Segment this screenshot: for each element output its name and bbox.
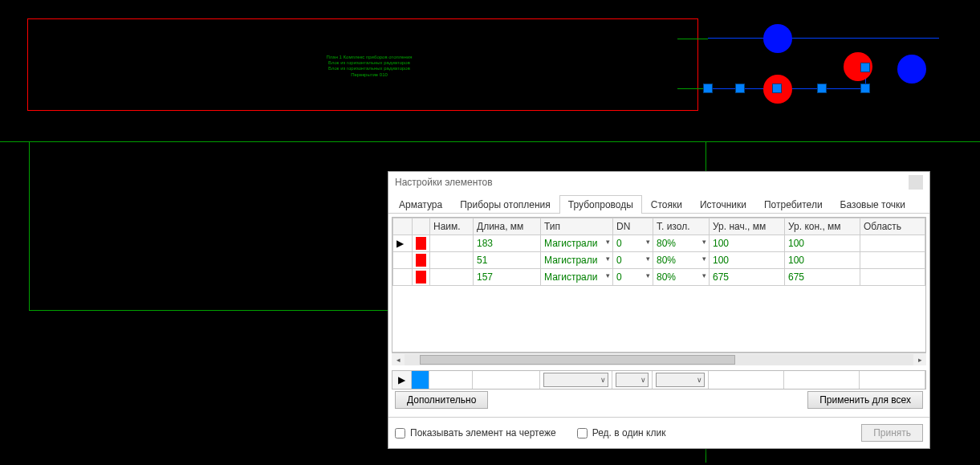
cell-area[interactable] — [860, 235, 925, 252]
one-click-edit-checkbox[interactable]: Ред. в один клик — [577, 427, 666, 438]
cell-level-start[interactable]: 100 — [710, 235, 785, 252]
grid-empty-area — [392, 286, 925, 353]
col-dn[interactable]: DN — [613, 218, 653, 235]
one-click-edit-input[interactable] — [577, 428, 588, 438]
table-row[interactable]: 157Магистрали080%675675 — [393, 269, 925, 286]
cell-level-end[interactable]: 100 — [785, 252, 860, 269]
tab-heating-devices[interactable]: Приборы отопления — [451, 195, 559, 214]
show-on-drawing-label: Показывать элемент на чертеже — [410, 427, 556, 438]
cell-length[interactable]: 51 — [474, 252, 541, 269]
pipe-stub — [677, 39, 708, 39]
cell-type[interactable]: Магистрали — [541, 235, 613, 252]
col-name[interactable]: Наим. — [430, 218, 474, 235]
dialog-footer: Показывать элемент на чертеже Ред. в оди… — [388, 417, 929, 448]
cell-length[interactable]: 183 — [474, 235, 541, 252]
node-blue[interactable] — [763, 24, 792, 53]
cell-level-end[interactable]: 675 — [785, 269, 860, 286]
col-marker[interactable] — [393, 218, 413, 235]
grid-line — [29, 310, 388, 311]
col-level-start[interactable]: Ур. нач., мм — [710, 218, 785, 235]
scroll-left-icon[interactable]: ◂ — [392, 353, 405, 366]
grid-line — [29, 141, 30, 310]
editor-marker: ▶ — [392, 371, 412, 389]
cell-level-start[interactable]: 675 — [710, 269, 785, 286]
grip-handle[interactable] — [735, 84, 745, 93]
apply-all-button[interactable]: Применить для всех — [807, 391, 923, 409]
tab-consumers[interactable]: Потребители — [755, 195, 832, 214]
editor-area-cell[interactable] — [860, 371, 925, 389]
editor-level-start-cell[interactable] — [709, 371, 784, 389]
grip-handle[interactable] — [860, 84, 870, 93]
row-color[interactable] — [413, 235, 430, 252]
tab-base-points[interactable]: Базовые точки — [832, 195, 914, 214]
horizontal-scrollbar[interactable]: ◂ ▸ — [392, 353, 926, 365]
grip-handle[interactable] — [772, 84, 782, 93]
one-click-edit-label: Ред. в один клик — [592, 427, 666, 438]
close-icon[interactable] — [909, 175, 923, 190]
scroll-thumb[interactable] — [420, 355, 735, 365]
more-button[interactable]: Дополнительно — [395, 391, 488, 409]
drawing-annotation: План 1 Комплекс приборов отопления Блок … — [325, 55, 413, 78]
cell-level-end[interactable]: 100 — [785, 235, 860, 252]
accept-button[interactable]: Принять — [861, 424, 923, 442]
cell-type[interactable]: Магистрали — [541, 269, 613, 286]
cell-iso[interactable]: 80% — [653, 252, 710, 269]
table-row[interactable]: ▶183Магистрали080%100100 — [393, 235, 925, 252]
dialog-titlebar[interactable]: Настройки элементов — [388, 172, 929, 193]
cell-type[interactable]: Магистрали — [541, 252, 613, 269]
grid-header-row: Наим. Длина, мм Тип DN Т. изол. Ур. нач.… — [393, 218, 925, 235]
col-area[interactable]: Область — [860, 218, 925, 235]
editor-iso-combo[interactable] — [656, 373, 705, 387]
col-color[interactable] — [413, 218, 430, 235]
scroll-right-icon[interactable]: ▸ — [913, 353, 926, 366]
show-on-drawing-input[interactable] — [395, 428, 405, 438]
col-length[interactable]: Длина, мм — [474, 218, 541, 235]
pipe-line — [708, 38, 939, 39]
tab-pipelines[interactable]: Трубопроводы — [559, 195, 642, 214]
grip-handle[interactable] — [860, 63, 870, 72]
cell-iso[interactable]: 80% — [653, 235, 710, 252]
data-grid[interactable]: Наим. Длина, мм Тип DN Т. изол. Ур. нач.… — [392, 217, 926, 353]
editor-color-swatch[interactable] — [412, 371, 429, 389]
cell-name[interactable] — [430, 235, 474, 252]
grip-handle[interactable] — [817, 84, 827, 93]
cell-dn[interactable]: 0 — [613, 252, 653, 269]
cell-dn[interactable]: 0 — [613, 235, 653, 252]
cell-dn[interactable]: 0 — [613, 269, 653, 286]
editor-name-cell[interactable] — [429, 371, 473, 389]
cell-length[interactable]: 157 — [474, 269, 541, 286]
show-on-drawing-checkbox[interactable]: Показывать элемент на чертеже — [395, 427, 556, 438]
tab-strip: Арматура Приборы отопления Трубопроводы … — [388, 193, 929, 214]
dialog-title: Настройки элементов — [395, 177, 493, 188]
cell-name[interactable] — [430, 269, 474, 286]
editor-type-combo[interactable] — [543, 373, 608, 387]
row-color[interactable] — [413, 252, 430, 269]
editor-level-end-cell[interactable] — [784, 371, 860, 389]
row-color[interactable] — [413, 269, 430, 286]
col-level-end[interactable]: Ур. кон., мм — [785, 218, 860, 235]
col-type[interactable]: Тип — [541, 218, 613, 235]
tab-armatura[interactable]: Арматура — [390, 195, 451, 214]
cell-area[interactable] — [860, 269, 925, 286]
cell-level-start[interactable]: 100 — [710, 252, 785, 269]
grip-handle[interactable] — [703, 84, 713, 93]
element-settings-dialog: Настройки элементов Арматура Приборы ото… — [388, 171, 930, 449]
grid-line — [0, 141, 980, 142]
editor-row: ▶ — [392, 370, 926, 390]
editor-length-cell[interactable] — [473, 371, 540, 389]
tab-sources[interactable]: Источники — [691, 195, 755, 214]
row-marker: ▶ — [393, 235, 413, 252]
cell-iso[interactable]: 80% — [653, 269, 710, 286]
row-marker — [393, 269, 413, 286]
col-iso[interactable]: Т. изол. — [653, 218, 710, 235]
cell-name[interactable] — [430, 252, 474, 269]
node-blue[interactable] — [897, 55, 926, 84]
row-marker — [393, 252, 413, 269]
editor-dn-combo[interactable] — [616, 373, 649, 387]
cell-area[interactable] — [860, 252, 925, 269]
tab-risers[interactable]: Стояки — [642, 195, 691, 214]
scroll-track[interactable] — [405, 354, 913, 365]
table-row[interactable]: 51Магистрали080%100100 — [393, 252, 925, 269]
